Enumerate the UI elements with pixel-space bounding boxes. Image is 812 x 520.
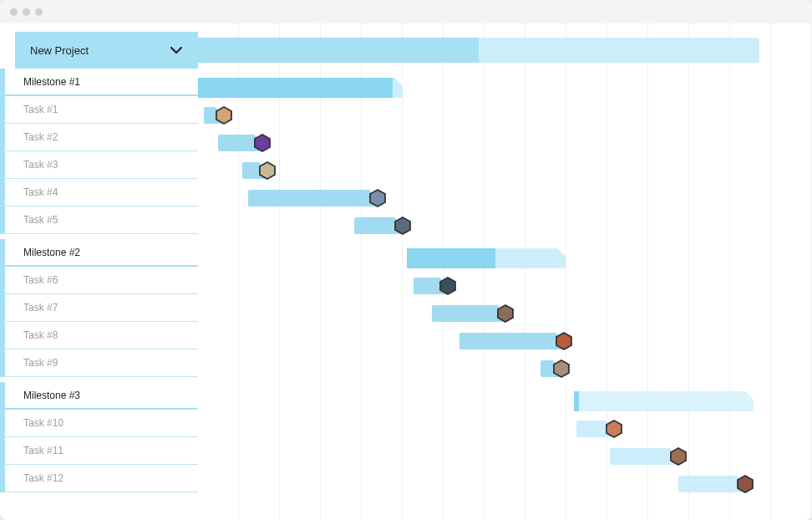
traffic-light-close[interactable] <box>10 8 18 16</box>
chevron-down-icon <box>170 44 183 57</box>
task-row[interactable]: Task #7 <box>0 294 198 322</box>
hexagon-icon <box>555 332 573 350</box>
traffic-light-max[interactable] <box>35 8 43 16</box>
milestone-label: Milestone #2 <box>23 247 80 258</box>
assignee-avatar[interactable] <box>669 447 688 466</box>
milestone-label: Milestone #1 <box>23 76 80 88</box>
hexagon-icon <box>393 217 412 235</box>
gantt-row <box>198 129 812 156</box>
gantt-row <box>198 387 812 415</box>
gantt-row <box>198 415 812 442</box>
gantt-row <box>198 212 812 239</box>
assignee-avatar[interactable] <box>258 161 277 180</box>
assignee-avatar[interactable] <box>605 420 623 438</box>
project-dropdown[interactable]: New Project <box>15 32 198 69</box>
project-bar[interactable] <box>198 38 759 63</box>
milestone-label: Milestone #3 <box>23 390 80 401</box>
hexagon-icon <box>253 134 272 152</box>
hexagon-icon <box>669 447 688 466</box>
hexagon-icon <box>552 359 571 378</box>
assignee-avatar[interactable] <box>253 134 272 152</box>
task-label: Task #1 <box>23 104 58 115</box>
gantt-chart[interactable] <box>198 23 812 520</box>
task-label: Task #3 <box>23 159 58 171</box>
task-label: Task #10 <box>23 417 63 429</box>
assignee-avatar[interactable] <box>552 359 571 378</box>
task-bar[interactable] <box>248 190 378 206</box>
task-label: Task #8 <box>23 329 58 341</box>
hexagon-icon <box>736 475 754 493</box>
sidebar: New Project Milestone #1Task #1Task #2Ta… <box>0 23 198 520</box>
gantt-bars <box>198 32 812 497</box>
task-label: Task #6 <box>23 274 58 286</box>
task-row[interactable]: Task #12 <box>0 465 198 492</box>
task-label: Task #2 <box>23 131 58 143</box>
task-label: Task #7 <box>23 302 58 314</box>
milestone-progress-fill <box>407 248 495 268</box>
traffic-light-min[interactable] <box>23 8 30 16</box>
assignee-avatar[interactable] <box>555 332 573 350</box>
hexagon-icon <box>605 420 623 438</box>
task-label: Task #11 <box>23 445 63 456</box>
assignee-avatar[interactable] <box>393 217 412 235</box>
milestone-bar[interactable] <box>574 391 754 411</box>
task-row[interactable]: Task #6 <box>0 267 198 294</box>
assignee-avatar[interactable] <box>439 277 457 295</box>
milestone-row[interactable]: Milestone #1 <box>0 69 198 96</box>
assignee-avatar[interactable] <box>736 475 754 493</box>
gantt-row <box>198 74 812 101</box>
gantt-row <box>198 272 812 299</box>
task-row[interactable]: Task #11 <box>0 437 198 465</box>
task-row[interactable]: Task #10 <box>0 410 198 437</box>
gantt-row <box>198 327 812 354</box>
task-row[interactable]: Task #5 <box>0 206 198 234</box>
milestone-bar[interactable] <box>407 248 566 268</box>
hexagon-icon <box>215 106 233 125</box>
task-label: Task #9 <box>23 357 58 369</box>
task-bar[interactable] <box>678 476 745 492</box>
gantt-project-row <box>198 32 812 69</box>
assignee-avatar[interactable] <box>496 304 515 323</box>
gantt-row <box>198 101 812 129</box>
task-row[interactable]: Task #3 <box>0 151 198 179</box>
milestone-row[interactable]: Milestone #3 <box>0 382 198 410</box>
assignee-avatar[interactable] <box>368 189 387 207</box>
app-window: New Project Milestone #1Task #1Task #2Ta… <box>0 0 812 520</box>
task-label: Task #5 <box>23 214 58 226</box>
gantt-row <box>198 184 812 212</box>
task-label: Task #12 <box>23 472 63 484</box>
project-progress-fill <box>198 38 479 63</box>
task-bar[interactable] <box>610 448 678 465</box>
hexagon-icon <box>368 189 387 207</box>
milestone-bar[interactable] <box>198 78 403 98</box>
task-label: Task #4 <box>23 186 58 198</box>
milestone-progress-fill <box>198 78 393 98</box>
milestone-progress-fill <box>574 391 579 411</box>
project-title: New Project <box>30 44 89 57</box>
gantt-row <box>198 354 812 382</box>
window-titlebar <box>0 0 812 23</box>
hexagon-icon <box>258 161 277 180</box>
task-row[interactable]: Task #1 <box>0 96 198 124</box>
gantt-row <box>198 470 812 497</box>
gantt-row <box>198 442 812 470</box>
assignee-avatar[interactable] <box>215 106 233 125</box>
task-bar[interactable] <box>459 333 564 349</box>
gantt-row <box>198 244 812 272</box>
task-row[interactable]: Task #9 <box>0 349 198 377</box>
content-area: New Project Milestone #1Task #1Task #2Ta… <box>0 23 812 520</box>
task-row[interactable]: Task #2 <box>0 124 198 151</box>
task-bar[interactable] <box>432 305 505 322</box>
gantt-row <box>198 156 812 184</box>
task-row[interactable]: Task #4 <box>0 179 198 206</box>
hexagon-icon <box>439 277 457 295</box>
task-row[interactable]: Task #8 <box>0 322 198 349</box>
gantt-row <box>198 299 812 327</box>
hexagon-icon <box>496 304 515 323</box>
milestone-row[interactable]: Milestone #2 <box>0 239 198 267</box>
